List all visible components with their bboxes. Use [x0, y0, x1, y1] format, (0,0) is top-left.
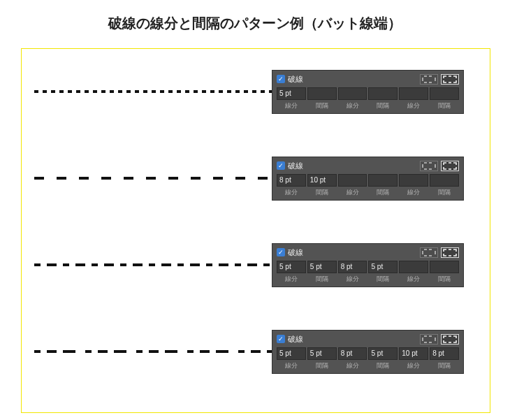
field-input[interactable]: 8 pt	[338, 347, 367, 360]
field-input[interactable]	[430, 174, 459, 187]
svg-rect-14	[152, 90, 156, 93]
dash-length-field: 線分	[399, 261, 428, 284]
dash-preview	[34, 345, 272, 359]
svg-rect-90	[187, 350, 194, 353]
svg-rect-67	[190, 263, 200, 266]
gap-length-field: 5 pt 間隔	[368, 261, 398, 284]
field-input[interactable]	[399, 174, 428, 187]
field-input[interactable]: 5 pt	[307, 261, 337, 273]
field-input[interactable]: 5 pt	[307, 347, 337, 360]
dash-align-corners-button[interactable]	[441, 161, 459, 171]
field-input[interactable]: 8 pt	[338, 261, 367, 273]
svg-rect-88	[149, 350, 159, 353]
svg-rect-18	[185, 90, 189, 93]
svg-rect-25	[244, 90, 248, 93]
field-input[interactable]: 5 pt	[368, 347, 398, 360]
svg-rect-66	[177, 263, 184, 266]
dash-align-none-button[interactable]	[420, 247, 438, 258]
svg-rect-93	[238, 350, 245, 353]
field-input[interactable]: 5 pt	[277, 261, 306, 273]
svg-rect-91	[200, 350, 210, 353]
svg-rect-5	[76, 90, 80, 93]
svg-rect-84	[85, 350, 92, 353]
svg-rect-2	[51, 90, 55, 93]
dash-checkbox[interactable]: ✓	[277, 161, 285, 170]
field-input[interactable]	[399, 261, 428, 273]
dash-preview	[34, 258, 272, 272]
dash-align-none-button[interactable]	[420, 161, 438, 171]
example-row: ✓ 破線 5 pt 線分 5 pt 間隔 8 pt 線分 5 pt 間隔 線分	[34, 235, 477, 295]
example-row: ✓ 破線 5 pt 線分 間隔 線分 間隔 線分 間隔	[34, 61, 477, 122]
svg-rect-20	[202, 90, 206, 93]
dash-checkbox-label: 破線	[288, 334, 303, 345]
field-input[interactable]	[307, 87, 337, 100]
svg-rect-11	[126, 90, 131, 93]
gap-length-field: 5 pt 間隔	[307, 347, 337, 370]
dash-length-field: 5 pt 線分	[277, 87, 306, 110]
dash-length-field: 線分	[338, 174, 367, 197]
field-input[interactable]	[368, 174, 398, 187]
field-input[interactable]	[430, 261, 459, 273]
svg-rect-7	[93, 90, 97, 93]
field-input[interactable]: 10 pt	[399, 347, 428, 360]
svg-rect-89	[165, 350, 177, 353]
svg-rect-72	[263, 263, 270, 266]
field-label: 線分	[399, 188, 428, 197]
svg-rect-68	[206, 263, 212, 266]
field-input[interactable]	[399, 87, 428, 100]
dash-checkbox-label: 破線	[288, 161, 303, 171]
field-input[interactable]	[338, 87, 367, 100]
field-label: 線分	[399, 275, 428, 284]
field-label: 間隔	[368, 275, 398, 284]
field-input[interactable]: 5 pt	[368, 261, 398, 273]
svg-rect-27	[261, 90, 265, 93]
svg-rect-83	[63, 350, 75, 353]
field-label: 間隔	[307, 101, 337, 110]
dash-checkbox[interactable]: ✓	[277, 75, 285, 83]
svg-rect-26	[252, 90, 256, 93]
svg-rect-70	[235, 263, 241, 266]
svg-rect-10	[118, 90, 122, 93]
svg-rect-4	[68, 90, 72, 93]
svg-rect-3	[59, 90, 64, 93]
field-label: 間隔	[430, 188, 459, 197]
examples-frame: ✓ 破線 5 pt 線分 間隔 線分 間隔 線分 間隔 ✓	[21, 48, 490, 413]
field-label: 間隔	[430, 275, 459, 284]
dash-checkbox[interactable]: ✓	[277, 335, 285, 343]
field-label: 線分	[338, 361, 367, 370]
field-input[interactable]: 8 pt	[430, 347, 459, 360]
dash-align-corners-button[interactable]	[441, 334, 459, 345]
field-label: 線分	[399, 101, 428, 110]
svg-rect-45	[213, 177, 223, 180]
field-input[interactable]	[338, 174, 367, 187]
field-label: 間隔	[368, 188, 398, 197]
field-input[interactable]: 10 pt	[307, 174, 337, 187]
field-input[interactable]: 8 pt	[277, 174, 306, 187]
svg-rect-86	[114, 350, 126, 353]
dash-length-field: 線分	[399, 87, 428, 110]
dash-length-field: 8 pt 線分	[338, 347, 367, 370]
dash-align-none-button[interactable]	[420, 74, 438, 85]
stroke-dash-panel: ✓ 破線 5 pt 線分 5 pt 間隔 8 pt 線分 5 pt 間隔 10 …	[272, 330, 464, 374]
svg-rect-21	[210, 90, 214, 93]
dash-checkbox[interactable]: ✓	[277, 248, 285, 256]
svg-rect-39	[79, 177, 89, 180]
svg-rect-58	[63, 263, 69, 266]
page-title: 破線の線分と間隔のパターン例（バット線端）	[21, 14, 489, 33]
field-input[interactable]	[430, 87, 459, 100]
stroke-dash-panel: ✓ 破線 8 pt 線分 10 pt 間隔 線分 間隔 線分 間隔	[272, 157, 464, 201]
dash-align-none-button[interactable]	[420, 334, 438, 345]
svg-rect-64	[149, 263, 155, 266]
dash-align-corners-button[interactable]	[441, 247, 459, 258]
svg-rect-37	[34, 177, 44, 180]
svg-rect-40	[101, 177, 111, 180]
field-input[interactable]: 5 pt	[277, 347, 306, 360]
field-input[interactable]	[368, 87, 398, 100]
svg-rect-42	[146, 177, 156, 180]
svg-rect-17	[177, 90, 181, 93]
dash-align-corners-button[interactable]	[441, 74, 459, 85]
dash-preview	[34, 85, 272, 99]
field-input[interactable]: 5 pt	[277, 87, 306, 100]
gap-length-field: 間隔	[430, 174, 459, 197]
svg-rect-81	[34, 350, 41, 353]
